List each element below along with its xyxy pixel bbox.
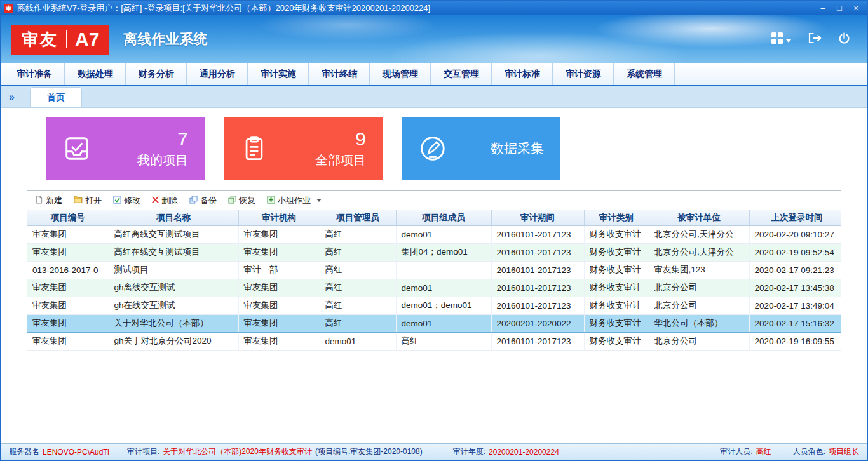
table-row[interactable]: 013-2016-2017-0测试项目审计一部高红20160101-201712…: [27, 261, 841, 279]
card-texts: 7我的项目: [92, 128, 188, 169]
app-window: 审 离线作业系统V7-登录用户：[高红] -登录项目:[关于对华北公司（本部）2…: [0, 0, 868, 461]
brand-code-text: A7: [75, 29, 99, 50]
delete-button[interactable]: 删除: [152, 195, 178, 206]
card-all-projects[interactable]: 9全部项目: [224, 117, 383, 180]
table-cell: 高红: [396, 332, 491, 350]
menu-tab-general-analysis[interactable]: 通用分析: [187, 63, 248, 85]
menu-tab-audit-implementation[interactable]: 审计实施: [248, 63, 309, 85]
table-cell: 20160101-2017123: [491, 243, 584, 261]
menu-tab-audit-resources[interactable]: 审计资源: [553, 63, 614, 85]
menu-tab-audit-conclusion[interactable]: 审计终结: [309, 63, 370, 85]
restore-button[interactable]: 恢复: [228, 195, 255, 206]
card-data-collection[interactable]: 数据采集: [402, 117, 560, 180]
column-header[interactable]: 上次登录时间: [749, 210, 841, 225]
column-header[interactable]: 被审计单位: [649, 210, 749, 225]
table-cell: 财务收支审计: [584, 261, 649, 279]
close-button[interactable]: ×: [848, 2, 864, 15]
card-my-projects[interactable]: 7我的项目: [46, 117, 205, 180]
new-document-icon: [35, 196, 43, 206]
column-header[interactable]: 项目组成员: [396, 210, 491, 225]
table-cell: 财务收支审计: [584, 225, 649, 243]
table-cell: 审友集团: [27, 297, 109, 314]
table-row[interactable]: 审友集团关于对华北公司（本部）审友集团高红demo0120200201-2020…: [27, 314, 841, 332]
table-cell: 高红: [320, 261, 396, 279]
table-cell: demo01: [396, 279, 491, 297]
table-cell: 高红离线交互测试项目: [109, 225, 238, 243]
app-header: 审友 A7 离线作业系统: [1, 15, 867, 63]
table-cell: 审友集团,123: [649, 261, 749, 279]
auditor-label: 审计人员:: [720, 446, 752, 457]
menu-tab-interaction-management[interactable]: 交互管理: [431, 63, 492, 85]
toolbar-button-label: 备份: [200, 195, 217, 206]
open-folder-icon: [74, 196, 83, 205]
table-cell: 2020-02-19 16:09:55: [749, 332, 841, 350]
auditor-value: 高红: [756, 446, 771, 457]
backup-button[interactable]: 备份: [189, 195, 217, 206]
table-cell: [396, 261, 491, 279]
menu-tab-financial-analysis[interactable]: 财务分析: [126, 63, 187, 85]
toolbar-button-label: 删除: [161, 195, 178, 206]
table-cell: 20160101-2017123: [491, 261, 584, 279]
table-row[interactable]: 审友集团高红在线交互测试项目审友集团高红集团04；demo0120160101-…: [27, 243, 841, 261]
inbox-check-icon: [62, 134, 92, 163]
sidebar-collapse-button[interactable]: »: [6, 91, 20, 107]
projects-panel: 新建打开修改删除备份恢复小组作业 项目编号项目名称审计机构项目管理员项目组成员审…: [27, 190, 841, 438]
minimize-button[interactable]: –: [815, 2, 831, 15]
table-cell: demo01: [320, 332, 396, 350]
apps-grid-icon[interactable]: [771, 32, 791, 47]
cards-row: 7我的项目9全部项目数据采集: [46, 117, 841, 180]
table-row[interactable]: 审友集团gh在线交互测试审友集团高红demo01；demo0120160101-…: [27, 297, 841, 314]
card-label: 数据采集: [491, 140, 544, 157]
card-texts: 9全部项目: [268, 128, 366, 169]
toolbar-button-label: 打开: [85, 195, 102, 206]
tab-strip: » 首页: [1, 86, 867, 108]
column-header[interactable]: 项目名称: [109, 210, 238, 225]
maximize-button[interactable]: □: [831, 2, 848, 15]
tab-home[interactable]: 首页: [30, 87, 82, 107]
column-header[interactable]: 审计期间: [491, 210, 584, 225]
open-button[interactable]: 打开: [74, 195, 102, 206]
table-cell: 审友集团: [238, 297, 320, 314]
table-cell: 审友集团: [27, 314, 109, 332]
table-cell: 北京分公司: [649, 297, 749, 314]
modify-button[interactable]: 修改: [113, 195, 140, 206]
table-cell: gh在线交互测试: [109, 297, 238, 314]
menu-tab-site-management[interactable]: 现场管理: [370, 63, 431, 85]
table-cell: 北京分公司,天津分公: [649, 225, 749, 243]
group-work-button[interactable]: 小组作业: [267, 195, 322, 206]
power-icon[interactable]: [838, 32, 850, 47]
table-body: 审友集团高红离线交互测试项目审友集团高红demo0120160101-20171…: [27, 225, 841, 350]
table-row[interactable]: 审友集团高红离线交互测试项目审友集团高红demo0120160101-20171…: [27, 225, 841, 243]
app-name: 离线作业系统: [123, 30, 207, 49]
statusbar: 服务器名 LENOVO-PC\AudTi 审计项目: 关于对华北公司（本部)20…: [1, 443, 867, 460]
menu-tab-audit-standards[interactable]: 审计标准: [492, 63, 553, 85]
menu-tab-system-management[interactable]: 系统管理: [614, 63, 675, 85]
table-cell: 审友集团: [238, 314, 320, 332]
projects-toolbar: 新建打开修改删除备份恢复小组作业: [27, 191, 841, 210]
table-row[interactable]: 审友集团gh离线交互测试审友集团高红demo0120160101-2017123…: [27, 279, 841, 297]
column-header[interactable]: 审计机构: [238, 210, 320, 225]
header-actions: [771, 32, 850, 47]
project-value: 关于对华北公司（本部)2020年财务收支审计: [163, 446, 312, 457]
new-button[interactable]: 新建: [35, 195, 62, 206]
column-header[interactable]: 项目管理员: [320, 210, 396, 225]
caret-down-icon[interactable]: [316, 199, 322, 202]
menu-bar: 审计准备数据处理财务分析通用分析审计实施审计终结现场管理交互管理审计标准审计资源…: [1, 63, 867, 86]
menu-tab-data-processing[interactable]: 数据处理: [65, 63, 126, 85]
table-cell: 2020-02-17 13:45:38: [749, 279, 841, 297]
table-cell: gh关于对北京分公司2020: [109, 332, 238, 350]
table-cell: 审友集团: [238, 243, 320, 261]
logout-icon[interactable]: [808, 32, 822, 47]
table-cell: 财务收支审计: [584, 297, 649, 314]
table-row[interactable]: 审友集团gh关于对北京分公司2020审友集团demo01高红20160101-2…: [27, 332, 841, 350]
status-role: 人员角色: 项目组长: [793, 446, 859, 457]
column-header[interactable]: 审计类别: [584, 210, 649, 225]
column-header[interactable]: 项目编号: [27, 210, 109, 225]
server-value: LENOVO-PC\AudTi: [43, 448, 109, 457]
window-controls: – □ ×: [815, 2, 864, 15]
table-cell: 财务收支审计: [584, 314, 649, 332]
table-header-row: 项目编号项目名称审计机构项目管理员项目组成员审计期间审计类别被审计单位上次登录时…: [27, 210, 841, 225]
toolbar-button-label: 恢复: [239, 195, 255, 206]
titlebar: 审 离线作业系统V7-登录用户：[高红] -登录项目:[关于对华北公司（本部）2…: [1, 1, 867, 15]
menu-tab-audit-preparation[interactable]: 审计准备: [4, 63, 65, 85]
